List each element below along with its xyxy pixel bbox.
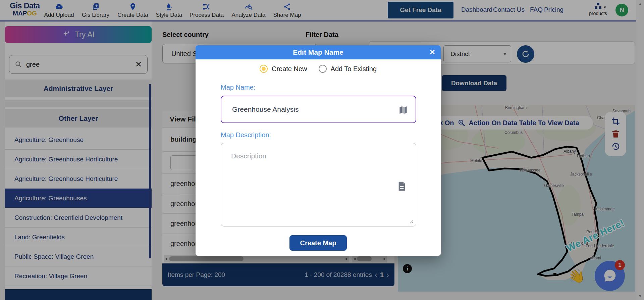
create-map-button[interactable]: Create Map xyxy=(289,235,347,251)
map-description-field xyxy=(221,143,416,227)
edit-map-name-modal: Edit Map Name ✕ Create New Add To Existi… xyxy=(196,45,441,256)
map-mode-radio-group: Create New Add To Existing xyxy=(196,65,441,73)
map-icon xyxy=(398,105,408,115)
radio-create-new-label: Create New xyxy=(272,65,307,73)
radio-selected-icon xyxy=(260,65,268,73)
map-description-label: Map Description: xyxy=(221,131,271,139)
modal-title: Edit Map Name xyxy=(293,48,343,56)
radio-add-to-existing[interactable]: Add To Existing xyxy=(319,65,377,73)
close-icon[interactable]: ✕ xyxy=(429,48,435,57)
map-description-textarea[interactable] xyxy=(221,143,416,226)
map-name-field xyxy=(221,96,416,123)
radio-unselected-icon xyxy=(319,65,327,73)
map-name-label: Map Name: xyxy=(221,84,255,91)
document-icon xyxy=(396,181,407,192)
resize-grip-icon[interactable] xyxy=(409,219,413,223)
map-name-input[interactable] xyxy=(232,96,393,122)
modal-header: Edit Map Name ✕ xyxy=(196,45,441,59)
radio-create-new[interactable]: Create New xyxy=(260,65,307,73)
radio-add-existing-label: Add To Existing xyxy=(331,65,377,73)
